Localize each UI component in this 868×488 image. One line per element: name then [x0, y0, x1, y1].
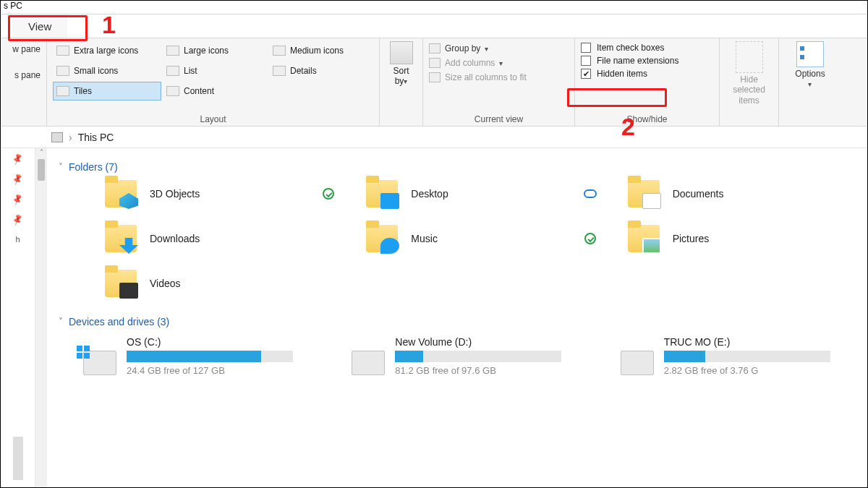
folder-overlay-icon — [642, 238, 661, 254]
folder-overlay-icon — [380, 193, 399, 209]
drive-d[interactable]: New Volume (D:) 81.2 GB free of 97.6 GB — [352, 336, 591, 376]
annotation-number-1: 1 — [102, 11, 116, 39]
folder-label: Documents — [673, 188, 724, 200]
folder-icon — [105, 180, 137, 207]
folder-icon — [105, 270, 137, 297]
drive-c[interactable]: OS (C:) 24.4 GB free of 127 GB — [83, 336, 323, 376]
this-pc-icon — [51, 132, 63, 142]
window-title: s PC — [1, 1, 867, 14]
folders-grid: 3D Objects Desktop Documents Downloads — [54, 180, 860, 297]
layout-tiles[interactable]: Tiles — [53, 82, 161, 100]
add-columns-button[interactable]: Add columns ▾ — [429, 56, 569, 70]
drive-capacity-fill — [395, 351, 423, 362]
folder-documents[interactable]: Documents — [628, 180, 860, 207]
nav-sidebar[interactable]: 📌 📌 📌 📌 h — [1, 148, 35, 487]
folder-overlay-icon — [119, 193, 138, 209]
file-name-extensions-toggle[interactable]: File name extensions — [581, 54, 713, 67]
sidebar-item-fragment[interactable]: h — [15, 235, 20, 244]
hidden-items-label: Hidden items — [597, 69, 647, 79]
folder-3d-objects[interactable]: 3D Objects — [105, 180, 337, 207]
layout-options: Extra large icons Large icons Medium ico… — [53, 41, 373, 100]
pin-icon: 📌 — [11, 213, 25, 226]
nav-scrollbar[interactable]: ˄ — [35, 148, 47, 487]
group-by-button[interactable]: Group by ▾ — [429, 41, 569, 56]
scrollbar-thumb[interactable] — [38, 159, 45, 181]
section-folders-header[interactable]: ˅ Folders (7) — [59, 161, 860, 173]
file-name-extensions-label: File name extensions — [597, 56, 678, 66]
chevron-down-icon: ▾ — [808, 80, 812, 88]
size-all-columns-button[interactable]: Size all columns to fit — [429, 70, 569, 85]
layout-icon — [56, 46, 69, 56]
folder-overlay-icon — [380, 238, 399, 254]
drive-free-label: 24.4 GB free of 127 GB — [127, 365, 293, 376]
folder-label: Downloads — [150, 233, 200, 244]
folder-label: Videos — [150, 278, 181, 289]
chevron-down-icon: ˅ — [59, 317, 63, 327]
layout-label: Medium icons — [290, 46, 344, 56]
layout-content[interactable]: Content — [163, 82, 268, 100]
drive-capacity-fill — [664, 351, 706, 362]
group-by-icon — [429, 43, 441, 53]
tab-view[interactable]: View — [12, 14, 67, 38]
layout-icon — [273, 46, 286, 56]
options-icon — [796, 41, 824, 67]
layout-label: List — [184, 66, 197, 76]
ribbon-group-layout-title: Layout — [53, 113, 373, 124]
folder-pictures[interactable]: Pictures — [628, 225, 860, 252]
folder-overlay-icon — [642, 193, 661, 209]
layout-small-icons[interactable]: Small icons — [53, 61, 161, 80]
hide-selected-label-2: items — [739, 95, 760, 106]
drive-label: TRUC MO (E:) — [664, 336, 830, 348]
sidebar-selection-indicator — [13, 437, 23, 480]
breadcrumb-separator-icon: › — [69, 132, 72, 143]
folder-downloads[interactable]: Downloads — [105, 225, 337, 252]
ribbon-group-current-view-title: Current view — [429, 113, 569, 124]
details-pane-button[interactable]: s pane — [7, 67, 41, 83]
folder-desktop[interactable]: Desktop — [366, 180, 598, 207]
layout-details[interactable]: Details — [269, 61, 378, 80]
ribbon-group-panes-title — [7, 123, 41, 124]
folder-overlay-icon — [119, 283, 138, 299]
drive-label: New Volume (D:) — [395, 336, 561, 348]
layout-icon — [56, 66, 69, 76]
folder-label: Desktop — [411, 188, 448, 200]
breadcrumb-this-pc[interactable]: This PC — [78, 132, 114, 143]
folder-icon — [628, 225, 660, 252]
ribbon-group-show-hide: Item check boxes File name extensions ✔H… — [575, 38, 720, 126]
drive-free-label: 2.82 GB free of 3.76 G — [664, 365, 830, 376]
ribbon-group-options: Options ▾ — [779, 38, 841, 126]
scroll-up-icon[interactable]: ˄ — [35, 148, 47, 156]
preview-pane-button[interactable]: w pane — [7, 41, 41, 57]
size-all-label: Size all columns to fit — [445, 72, 527, 82]
layout-extra-large-icons[interactable]: Extra large icons — [53, 41, 161, 60]
drive-e[interactable]: TRUC MO (E:) 2.82 GB free of 3.76 G — [621, 336, 860, 376]
layout-list[interactable]: List — [163, 61, 268, 80]
ribbon: w pane s pane Extra large icons Large ic… — [1, 38, 867, 127]
folder-videos[interactable]: Videos — [105, 270, 337, 297]
layout-icon — [166, 86, 179, 96]
sort-label-1: Sort — [393, 66, 409, 76]
address-bar[interactable]: › This PC — [1, 127, 867, 148]
sync-status-check-icon — [323, 188, 334, 200]
section-drives-header[interactable]: ˅ Devices and drives (3) — [59, 316, 860, 328]
group-by-label: Group by — [445, 43, 480, 53]
folder-label: Pictures — [673, 233, 710, 244]
layout-medium-icons[interactable]: Medium icons — [269, 41, 378, 60]
item-check-boxes-toggle[interactable]: Item check boxes — [581, 41, 713, 54]
drive-capacity-bar — [664, 351, 830, 362]
hidden-items-toggle[interactable]: ✔Hidden items — [581, 67, 713, 80]
hide-selected-button[interactable]: Hide selected items — [726, 41, 773, 106]
folder-music[interactable]: Music — [366, 225, 598, 252]
layout-label: Small icons — [74, 66, 118, 76]
sort-by-button[interactable]: Sort by▾ — [390, 41, 413, 87]
folder-label: 3D Objects — [150, 188, 200, 200]
layout-large-icons[interactable]: Large icons — [163, 41, 268, 60]
ribbon-group-sort: Sort by▾ — [380, 38, 423, 126]
options-button[interactable]: Options ▾ — [795, 41, 825, 89]
ribbon-tab-bar: View — [1, 14, 867, 38]
drive-capacity-bar — [395, 351, 561, 362]
layout-icon — [166, 46, 179, 56]
checkbox-checked-icon: ✔ — [581, 69, 591, 79]
sync-status-cloud-icon — [584, 189, 597, 198]
hide-selected-label-1: Hide selected — [733, 74, 765, 95]
